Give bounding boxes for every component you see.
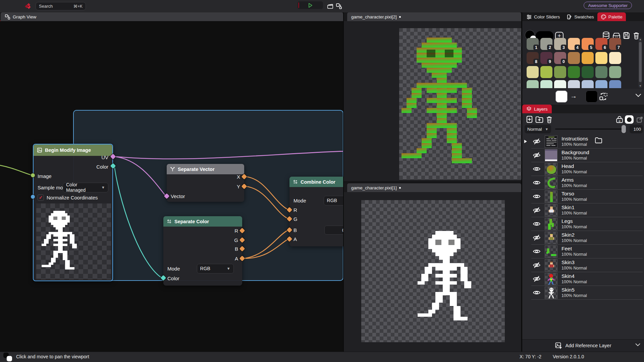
from-color-swatch[interactable]: [555, 90, 568, 103]
port-active-input[interactable]: [31, 195, 35, 199]
scrollbar-thumb[interactable]: [639, 42, 642, 82]
layer-thumbnail[interactable]: [545, 204, 557, 217]
palette-swatch[interactable]: 8: [527, 52, 539, 64]
palette-swatch[interactable]: [595, 52, 607, 64]
tab-file-1[interactable]: game_character.pixi[1]: [347, 183, 521, 192]
to-color-swatch[interactable]: [586, 90, 598, 103]
opacity-value-field[interactable]: 100: [630, 125, 643, 133]
add-folder-button[interactable]: [535, 116, 544, 123]
collapse-palette-button[interactable]: [635, 93, 642, 98]
node-wire[interactable]: [114, 166, 162, 278]
node-wire[interactable]: [246, 186, 288, 219]
graph-canvas[interactable]: Begin Modify Image UV Color Image Sample…: [0, 21, 343, 352]
layer-row[interactable]: Arms 100% Normal: [522, 176, 644, 190]
layer-hidden-eye-icon[interactable]: [532, 206, 541, 214]
node-separate-vector[interactable]: Separate Vector X Y Vector: [167, 164, 244, 202]
mode-dropdown[interactable]: RGB ▼: [197, 264, 234, 274]
palette-swatch[interactable]: [540, 66, 552, 78]
app-logo-icon[interactable]: [24, 2, 32, 10]
link-layer-button[interactable]: [636, 116, 644, 123]
pan-tool-icon[interactable]: [3, 353, 13, 362]
palette-swatch[interactable]: [568, 80, 580, 88]
layer-visible-eye-icon[interactable]: [532, 179, 541, 187]
scroll-up-icon[interactable]: ▲: [638, 38, 642, 41]
layer-row[interactable]: Skin2 100% Normal: [522, 231, 644, 245]
animation-button[interactable]: [326, 2, 334, 10]
node-separate-color[interactable]: Separate Color R G B A Mode RGB ▼ Color: [163, 216, 242, 286]
layer-hidden-eye-icon[interactable]: [532, 151, 541, 159]
mask-view-button[interactable]: [625, 115, 634, 124]
node-editor-button[interactable]: [335, 2, 343, 10]
layer-row[interactable]: Legs 100% Normal: [522, 217, 644, 231]
opacity-slider[interactable]: [555, 128, 624, 130]
port-image-input[interactable]: [31, 173, 35, 177]
canvas-2[interactable]: [361, 200, 505, 342]
palette-swatch[interactable]: 5: [582, 38, 594, 50]
scroll-down-icon[interactable]: ▼: [638, 84, 642, 87]
palette-swatch[interactable]: [568, 66, 580, 78]
palette-swatch[interactable]: 9: [540, 52, 552, 64]
node-combine-color[interactable]: Combine Color Mode RGB ▼ R G B A 0: [289, 177, 343, 246]
palette-swatch[interactable]: [582, 80, 594, 88]
replace-color-button[interactable]: [599, 92, 608, 101]
alpha-lock-button[interactable]: α: [615, 116, 624, 123]
palette-swatch[interactable]: [527, 66, 539, 78]
palette-swatch[interactable]: 7: [609, 38, 621, 50]
layer-thumbnail[interactable]: [545, 232, 557, 244]
layer-thumbnail[interactable]: [545, 135, 557, 148]
layer-thumbnail[interactable]: [545, 177, 557, 189]
layer-thumbnail[interactable]: [545, 190, 557, 203]
palette-swatch[interactable]: 0: [554, 52, 566, 64]
supporter-badge[interactable]: Awesome Supporter: [584, 2, 632, 9]
layer-hidden-eye-icon[interactable]: [532, 261, 541, 269]
palette-swatch[interactable]: [554, 66, 566, 78]
add-layer-button[interactable]: [526, 115, 533, 123]
layer-row[interactable]: Feet 100% Normal: [522, 245, 644, 258]
delete-layer-button[interactable]: [546, 116, 553, 123]
palette-swatch[interactable]: 3: [554, 38, 566, 50]
tab-layers[interactable]: Layers: [522, 105, 552, 113]
layer-row[interactable]: Skin4 100% Normal: [522, 272, 644, 286]
save-palette-button[interactable]: [623, 32, 630, 40]
node-wire[interactable]: [114, 157, 165, 195]
node-wire[interactable]: [0, 165, 32, 175]
layer-thumbnail[interactable]: [545, 163, 557, 175]
preview-divider[interactable]: [344, 181, 521, 183]
chevron-down-icon[interactable]: [635, 343, 641, 347]
node-header[interactable]: Combine Color: [289, 177, 343, 187]
palette-swatch[interactable]: [609, 52, 621, 64]
mode-dropdown[interactable]: RGB ▼: [324, 196, 343, 205]
b-value-field[interactable]: 0: [324, 226, 343, 235]
layer-row[interactable]: Background 100% Normal: [522, 148, 644, 162]
expand-arrow-icon[interactable]: [524, 140, 527, 143]
layer-row[interactable]: Instructions 100% Normal: [522, 135, 644, 148]
layer-thumbnail[interactable]: [545, 245, 557, 258]
add-reference-layer-button[interactable]: Add Reference Layer: [522, 339, 644, 352]
layer-row[interactable]: Skin3 100% Normal: [522, 258, 644, 272]
sample-mode-dropdown[interactable]: Color Managed ▼: [63, 183, 108, 192]
preview-viewport-2[interactable]: [344, 192, 521, 352]
palette-swatch[interactable]: [609, 66, 621, 78]
layer-row[interactable]: Torso 100% Normal: [522, 190, 644, 203]
search-input[interactable]: Search ⌘+K: [36, 2, 86, 10]
palette-swatch[interactable]: [582, 52, 594, 64]
layer-row[interactable]: Head 100% Normal: [522, 162, 644, 176]
tab-graph-view[interactable]: Graph View: [1, 12, 343, 21]
opacity-slider-knob[interactable]: [622, 125, 626, 133]
layer-thumbnail[interactable]: [545, 273, 557, 285]
node-begin-modify-image[interactable]: Begin Modify Image UV Color Image Sample…: [33, 144, 113, 281]
preview-viewport-1[interactable]: [344, 21, 521, 181]
blend-mode-dropdown[interactable]: Normal ▼: [525, 125, 551, 133]
palette-swatch[interactable]: [568, 52, 580, 64]
palette-swatch[interactable]: [540, 80, 552, 88]
tab-color-sliders[interactable]: Color Sliders: [523, 12, 563, 21]
layer-visible-eye-icon[interactable]: [532, 247, 541, 255]
palette-swatch[interactable]: 6: [595, 38, 607, 50]
palette-swatch[interactable]: [527, 80, 539, 88]
layer-visible-eye-icon[interactable]: [532, 165, 541, 173]
layer-hidden-eye-icon[interactable]: [532, 137, 541, 145]
palette-scrollbar[interactable]: ▲ ▼: [638, 37, 642, 88]
layer-visible-eye-icon[interactable]: [532, 192, 541, 200]
palette-swatch[interactable]: [554, 80, 566, 88]
layer-row[interactable]: Skin5 100% Normal: [522, 286, 644, 300]
